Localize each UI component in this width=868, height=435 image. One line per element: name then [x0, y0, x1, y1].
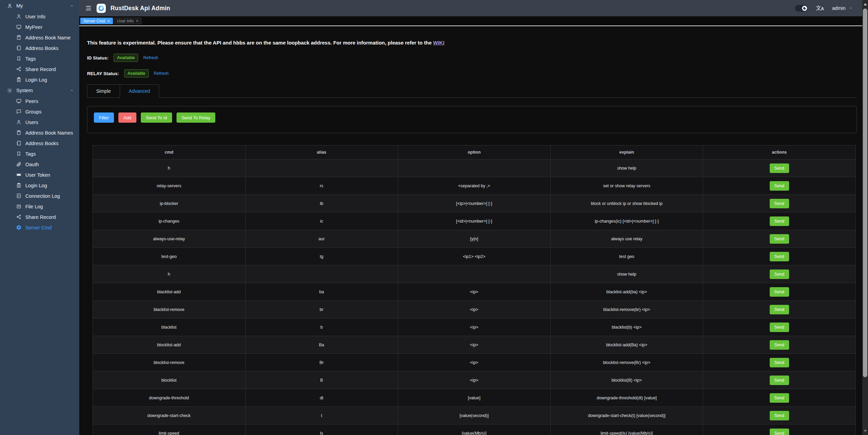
sidebar-item-oauth[interactable]: Oauth: [0, 159, 79, 170]
send-button[interactable]: Send: [770, 411, 789, 420]
table-row: always-use-relayaur[y|n]always use relay…: [93, 230, 856, 248]
cell-actions: Send: [703, 354, 856, 371]
scroll-down-button[interactable]: [862, 428, 868, 434]
user-icon: [16, 14, 22, 19]
sidebar-item-share-record[interactable]: Share Record: [0, 64, 79, 74]
column-header-option: option: [398, 145, 551, 159]
sidebar-item-user-token[interactable]: User Token: [0, 170, 79, 180]
send-to-id-button[interactable]: Send To Id: [141, 112, 172, 123]
sidebar-item-label: Address Book Name: [26, 35, 71, 40]
filter-button[interactable]: Filter: [94, 112, 114, 123]
scroll-up-button[interactable]: [862, 1, 868, 7]
send-button[interactable]: Send: [770, 305, 789, 314]
cell-cmd: downgrade-threshold: [93, 389, 246, 407]
sidebar-item-server-cmd[interactable]: Server Cmd: [0, 222, 79, 233]
user-menu[interactable]: admin: [832, 5, 853, 11]
sidebar-item-share-record[interactable]: Share Record: [0, 212, 79, 222]
cell-cmd: blacklist-add: [93, 283, 246, 301]
sidebar-item-label: Login Log: [26, 183, 47, 188]
section-label: System: [16, 88, 33, 93]
sidebar-item-file-log[interactable]: File Log: [0, 201, 79, 212]
fold-icon[interactable]: [85, 5, 92, 12]
tab-simple[interactable]: Simple: [87, 84, 120, 98]
triangle-down-icon: [864, 430, 867, 432]
cell-alias: [245, 265, 398, 283]
sidebar-item-users[interactable]: Users: [0, 117, 79, 127]
tab-advanced[interactable]: Advanced: [120, 84, 159, 98]
vertical-scrollbar[interactable]: [862, 0, 868, 435]
send-button[interactable]: Send: [770, 234, 789, 244]
send-button[interactable]: Send: [770, 252, 789, 261]
cell-alias: br: [245, 301, 398, 318]
sidebar-item-label: Tags: [26, 56, 36, 62]
cell-cmd: blacklist-remove: [93, 301, 246, 318]
send-button[interactable]: Send: [770, 163, 789, 173]
column-header-alias: alias: [245, 145, 398, 159]
user-name: admin: [832, 5, 846, 11]
table-row: downgrade-start-checkt[value(second)]dow…: [93, 407, 856, 424]
sidebar-item-user-info[interactable]: User Info: [0, 11, 79, 22]
sidebar-item-tags[interactable]: Tags: [0, 53, 79, 64]
table-row: blacklist-removebr<ip>blacklist-remove(b…: [93, 301, 856, 318]
cell-cmd: relay-servers: [93, 177, 246, 195]
scrollbar-thumb[interactable]: [863, 8, 867, 377]
sidebar-item-connection-log[interactable]: Connection Log: [0, 191, 79, 201]
send-button[interactable]: Send: [770, 340, 789, 350]
sidebar-item-login-log[interactable]: Login Log: [0, 180, 79, 191]
sidebar-item-login-log[interactable]: Login Log: [0, 74, 79, 85]
sidebar-item-peers[interactable]: Peers: [0, 96, 79, 106]
table-row: limit-speedls[value(Mb/s)]limit-speed(ls…: [93, 424, 856, 435]
sidebar-item-address-books[interactable]: Address Books: [0, 138, 79, 149]
sidebar-item-label: Users: [26, 120, 38, 125]
sidebar-item-mypeer[interactable]: MyPeer: [0, 22, 79, 32]
table-row: hshow helpSend: [93, 159, 856, 177]
add-button[interactable]: Add: [118, 112, 136, 123]
book-icon: [16, 130, 22, 136]
close-icon[interactable]: ×: [136, 19, 138, 23]
send-button[interactable]: Send: [770, 269, 789, 279]
sidebar-item-address-books[interactable]: Address Books: [0, 43, 79, 53]
send-button[interactable]: Send: [770, 429, 789, 435]
topbar-actions: 文A admin: [795, 5, 853, 12]
id-status-row: ID Status: Available Refresh: [87, 54, 857, 62]
cell-alias: rs: [245, 177, 398, 195]
sidebar-section-my[interactable]: My: [0, 0, 79, 11]
cell-explain: blacklist-add(ba) <ip>: [550, 283, 703, 301]
sidebar-item-label: User Token: [26, 172, 50, 178]
send-button[interactable]: Send: [770, 323, 789, 332]
cell-cmd: blocklist-remove: [93, 354, 246, 371]
send-button[interactable]: Send: [770, 358, 789, 367]
sidebar-item-tags[interactable]: Tags: [0, 149, 79, 159]
send-button[interactable]: Send: [770, 199, 789, 208]
window-tab-user-info[interactable]: User Info×: [114, 18, 141, 24]
table-row: blacklistb<ip>blacklist(b) <ip>Send: [93, 318, 856, 336]
toolbar-panel: Filter Add Send To Id Send To Relay: [87, 106, 857, 133]
sidebar-item-address-book-names[interactable]: Address Book Names: [0, 127, 79, 138]
sidebar-item-label: Tags: [26, 151, 36, 157]
translate-icon[interactable]: 文A: [816, 5, 824, 11]
send-button[interactable]: Send: [770, 181, 789, 191]
send-button[interactable]: Send: [770, 393, 789, 403]
chevron-down-icon: [849, 6, 853, 10]
cell-actions: Send: [703, 265, 856, 283]
sidebar-section-system[interactable]: System: [0, 85, 79, 96]
theme-toggle[interactable]: [795, 5, 808, 12]
send-button[interactable]: Send: [770, 287, 789, 297]
user-icon: [16, 119, 22, 125]
close-icon[interactable]: ×: [107, 19, 110, 23]
cell-option: [398, 265, 551, 283]
window-tab-server-cmd[interactable]: Server Cmd×: [80, 18, 113, 24]
sidebar-item-address-book-name[interactable]: Address Book Name: [0, 32, 79, 43]
wiki-link[interactable]: WIKI: [433, 40, 444, 46]
send-to-relay-button[interactable]: Send To Relay: [177, 112, 215, 123]
cell-option: <ip>: [398, 336, 551, 354]
cell-actions: Send: [703, 371, 856, 389]
cell-alias: B: [245, 371, 398, 389]
send-button[interactable]: Send: [770, 216, 789, 226]
send-button[interactable]: Send: [770, 376, 789, 385]
relay-refresh-link[interactable]: Refresh: [154, 71, 169, 76]
tab-label: Server Cmd: [83, 19, 105, 23]
id-status-badge: Available: [114, 54, 138, 62]
sidebar-item-groups[interactable]: Groups: [0, 106, 79, 117]
id-refresh-link[interactable]: Refresh: [143, 55, 158, 60]
